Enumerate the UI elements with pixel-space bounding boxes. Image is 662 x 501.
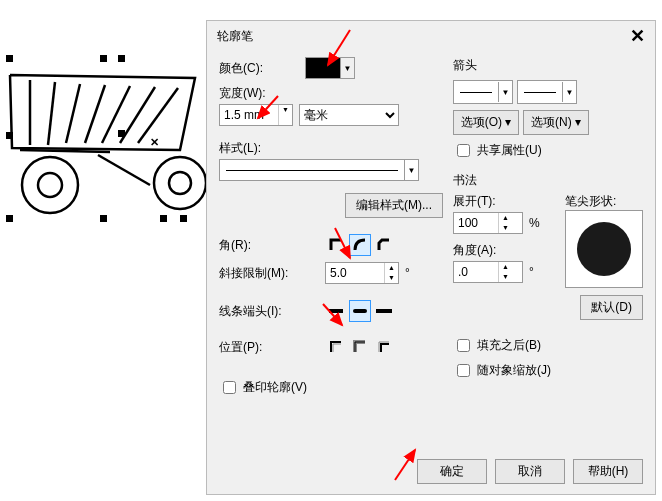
color-swatch xyxy=(306,58,340,78)
cap-label: 线条端头(I): xyxy=(219,303,319,320)
spread-input[interactable]: ▲▼ xyxy=(453,212,523,234)
behind-fill-label: 填充之后(B) xyxy=(477,337,541,354)
overprint-checkbox[interactable] xyxy=(223,381,236,394)
pos-outside-icon[interactable] xyxy=(325,336,347,358)
corner-label: 角(R): xyxy=(219,237,319,254)
chevron-down-icon[interactable]: ▼ xyxy=(279,105,292,125)
width-field[interactable] xyxy=(220,105,278,125)
angle-field[interactable] xyxy=(454,262,498,282)
cap-square-icon[interactable] xyxy=(373,300,395,322)
cap-round-icon[interactable] xyxy=(349,300,371,322)
spread-label: 展开(T): xyxy=(453,193,557,210)
nib-label: 笔尖形状: xyxy=(565,193,643,210)
style-select[interactable]: ▼ xyxy=(219,159,419,181)
chevron-down-icon[interactable]: ▼ xyxy=(404,160,418,180)
style-label: 样式(L): xyxy=(219,140,299,157)
miter-input[interactable]: ▲▼ xyxy=(325,262,399,284)
canvas-drawing: ✕ xyxy=(0,0,206,300)
svg-line-3 xyxy=(85,85,105,143)
nib-preview xyxy=(565,210,643,288)
ok-button[interactable]: 确定 xyxy=(417,459,487,484)
corner-bevel-icon[interactable] xyxy=(373,234,395,256)
chevron-down-icon[interactable]: ▼ xyxy=(340,58,354,78)
arrows-section-label: 箭头 xyxy=(453,57,643,74)
width-input[interactable]: ▼ xyxy=(219,104,293,126)
color-picker[interactable]: ▼ xyxy=(305,57,355,79)
svg-line-6 xyxy=(138,88,178,143)
arrow-start-select[interactable]: ▼ xyxy=(453,80,513,104)
cap-options xyxy=(325,300,395,322)
corner-round-icon[interactable] xyxy=(349,234,371,256)
svg-line-7 xyxy=(20,150,110,152)
share-attrs-checkbox[interactable] xyxy=(457,144,470,157)
percent-icon: % xyxy=(529,216,540,230)
calligraphy-section-label: 书法 xyxy=(453,172,643,189)
spread-field[interactable] xyxy=(454,213,498,233)
arrow-options-right-button[interactable]: 选项(N) ▾ xyxy=(523,110,589,135)
edit-style-button[interactable]: 编辑样式(M)... xyxy=(345,193,443,218)
behind-fill-checkbox[interactable] xyxy=(457,339,470,352)
default-button[interactable]: 默认(D) xyxy=(580,295,643,320)
svg-point-9 xyxy=(38,173,62,197)
scale-with-checkbox[interactable] xyxy=(457,364,470,377)
color-label: 颜色(C): xyxy=(219,60,299,77)
angle-input[interactable]: ▲▼ xyxy=(453,261,523,283)
miter-label: 斜接限制(M): xyxy=(219,265,319,282)
overprint-label: 叠印轮廓(V) xyxy=(243,379,307,396)
svg-rect-13 xyxy=(329,309,343,313)
degree-icon: ° xyxy=(529,265,534,279)
svg-line-1 xyxy=(48,82,55,145)
cap-flat-icon[interactable] xyxy=(325,300,347,322)
svg-line-2 xyxy=(66,84,80,143)
close-icon[interactable]: ✕ xyxy=(630,21,645,51)
share-attrs-label: 共享属性(U) xyxy=(477,142,542,159)
arrow-end-select[interactable]: ▼ xyxy=(517,80,577,104)
svg-point-8 xyxy=(22,157,78,213)
angle-label: 角度(A): xyxy=(453,242,557,259)
cancel-button[interactable]: 取消 xyxy=(495,459,565,484)
arrow-options-left-button[interactable]: 选项(O) ▾ xyxy=(453,110,519,135)
pos-inside-icon[interactable] xyxy=(373,336,395,358)
dialog-title: 轮廓笔 xyxy=(217,21,253,51)
pos-center-icon[interactable] xyxy=(349,336,371,358)
degree-icon: ° xyxy=(405,266,410,280)
scale-with-label: 随对象缩放(J) xyxy=(477,362,551,379)
unit-select[interactable]: 毫米 xyxy=(299,104,399,126)
svg-rect-15 xyxy=(376,309,392,313)
corner-options xyxy=(325,234,395,256)
help-button[interactable]: 帮助(H) xyxy=(573,459,643,484)
corner-miter-icon[interactable] xyxy=(325,234,347,256)
svg-rect-14 xyxy=(353,309,367,313)
titlebar: 轮廓笔 ✕ xyxy=(207,21,655,51)
miter-field[interactable] xyxy=(326,263,384,283)
svg-line-12 xyxy=(98,155,150,185)
svg-point-10 xyxy=(154,157,206,209)
outline-pen-dialog: 轮廓笔 ✕ 颜色(C): ▼ 宽度(W): ▼ 毫米 xyxy=(206,20,656,495)
svg-point-11 xyxy=(169,172,191,194)
position-label: 位置(P): xyxy=(219,339,319,356)
position-options xyxy=(325,336,395,358)
width-label: 宽度(W): xyxy=(219,85,299,102)
